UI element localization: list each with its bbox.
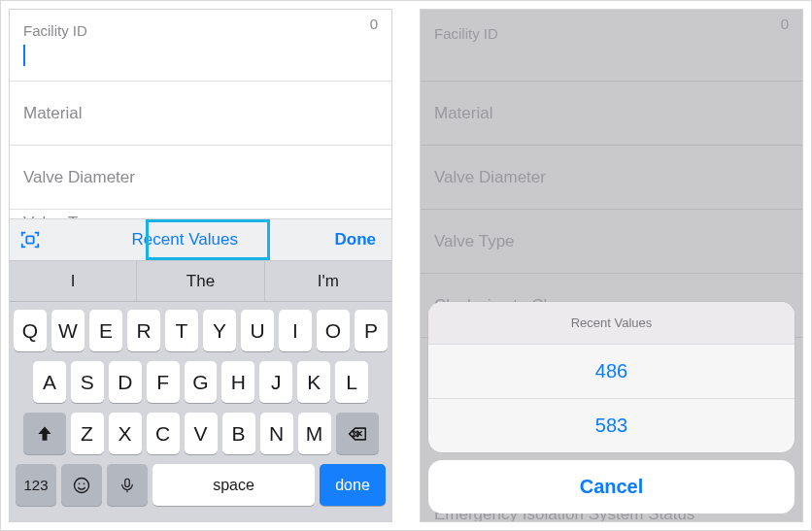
key-r[interactable]: R: [127, 310, 160, 351]
key-d[interactable]: D: [109, 361, 142, 403]
key-dictation[interactable]: [107, 464, 148, 506]
field-label: Valve Type: [434, 232, 789, 251]
predictive-bar: I The I'm: [10, 261, 391, 302]
key-shift[interactable]: [23, 413, 66, 454]
key-p[interactable]: P: [355, 310, 388, 351]
key-s[interactable]: S: [71, 361, 104, 403]
sheet-title: Recent Values: [428, 302, 795, 345]
text-cursor: [23, 45, 25, 66]
key-o[interactable]: O: [317, 310, 350, 351]
field-facility-id: Facility ID 0: [421, 10, 802, 82]
key-q[interactable]: Q: [14, 310, 47, 351]
keyboard-row-4: 123 space done: [14, 464, 388, 506]
recent-values-button[interactable]: Recent Values: [41, 230, 329, 249]
field-material: Material: [421, 82, 802, 146]
key-done[interactable]: done: [320, 464, 386, 506]
svg-point-2: [79, 482, 81, 484]
field-label: Facility ID: [434, 25, 789, 42]
suggestion-1[interactable]: I: [10, 261, 137, 301]
key-backspace[interactable]: [336, 413, 379, 454]
recent-value-1[interactable]: 486: [428, 345, 795, 399]
key-l[interactable]: L: [335, 361, 368, 403]
keyboard-row-3: Z X C V B N M: [14, 413, 388, 454]
cancel-button[interactable]: Cancel: [428, 460, 795, 514]
field-label: Material: [434, 104, 789, 123]
key-u[interactable]: U: [241, 310, 274, 351]
key-123[interactable]: 123: [16, 464, 56, 506]
field-material[interactable]: Material: [10, 82, 391, 146]
field-valve-type: Valve Type: [421, 210, 802, 274]
svg-rect-4: [125, 479, 130, 486]
field-label: Valve Diameter: [434, 168, 789, 187]
field-label: Valve Diameter: [23, 168, 378, 187]
svg-point-1: [75, 478, 89, 492]
left-screenshot: Facility ID 0 Material Valve Diameter Va…: [9, 9, 392, 522]
svg-point-3: [84, 482, 85, 484]
key-t[interactable]: T: [165, 310, 198, 351]
key-f[interactable]: F: [147, 361, 180, 403]
key-c[interactable]: C: [147, 413, 180, 454]
scan-icon[interactable]: [19, 229, 41, 250]
key-a[interactable]: A: [33, 361, 66, 403]
key-b[interactable]: B: [222, 413, 255, 454]
key-n[interactable]: N: [260, 413, 293, 454]
keyboard-accessory-bar: Recent Values Done: [10, 218, 391, 261]
key-e[interactable]: E: [89, 310, 122, 351]
key-h[interactable]: H: [221, 361, 254, 403]
suggestion-3[interactable]: I'm: [265, 261, 391, 301]
field-label: Facility ID: [23, 22, 378, 39]
right-screenshot: Facility ID 0 Material Valve Diameter Va…: [420, 9, 803, 522]
field-label: Material: [23, 104, 378, 123]
field-valve-diameter: Valve Diameter: [421, 146, 802, 210]
key-w[interactable]: W: [51, 310, 85, 351]
field-valve-diameter[interactable]: Valve Diameter: [10, 146, 391, 210]
field-char-count: 0: [370, 16, 378, 32]
recent-values-sheet: Recent Values 486 583: [428, 302, 795, 452]
keyboard-row-2: A S D F G H J K L: [14, 361, 388, 403]
form-left: Facility ID 0 Material Valve Diameter Va…: [10, 10, 391, 241]
key-y[interactable]: Y: [203, 310, 236, 351]
key-z[interactable]: Z: [71, 413, 104, 454]
svg-rect-0: [26, 236, 33, 243]
action-sheet-container: Recent Values 486 583 Cancel: [428, 302, 795, 514]
suggestion-2[interactable]: The: [137, 261, 264, 301]
recent-value-2[interactable]: 583: [428, 399, 795, 452]
done-button[interactable]: Done: [329, 230, 383, 249]
keyboard-row-1: Q W E R T Y U I O P: [14, 310, 388, 351]
key-k[interactable]: K: [297, 361, 330, 403]
key-x[interactable]: X: [109, 413, 142, 454]
key-j[interactable]: J: [259, 361, 292, 403]
key-emoji[interactable]: [61, 464, 102, 506]
field-facility-id[interactable]: Facility ID 0: [10, 10, 391, 82]
key-i[interactable]: I: [279, 310, 312, 351]
key-v[interactable]: V: [185, 413, 218, 454]
key-g[interactable]: G: [185, 361, 218, 403]
key-space[interactable]: space: [152, 464, 315, 506]
field-char-count: 0: [781, 16, 789, 32]
key-m[interactable]: M: [298, 413, 331, 454]
ios-keyboard: Q W E R T Y U I O P A S D F G H J K L: [10, 302, 391, 521]
